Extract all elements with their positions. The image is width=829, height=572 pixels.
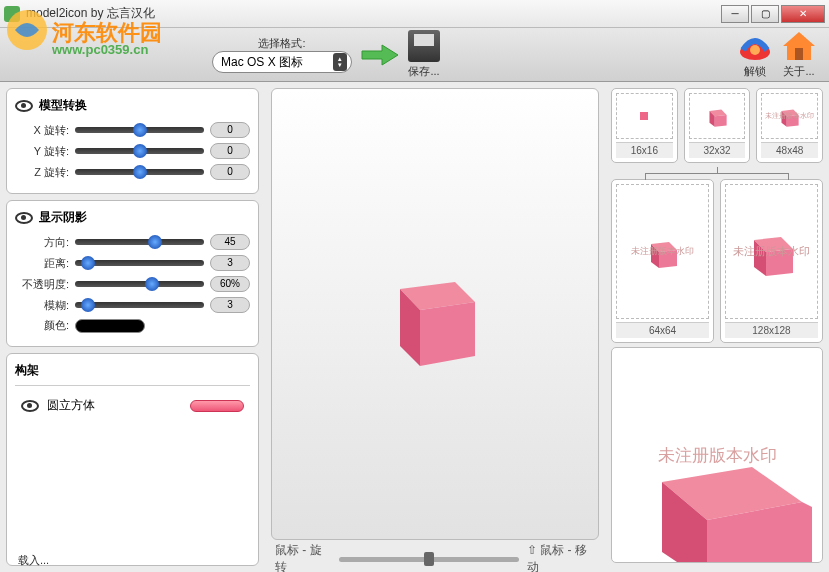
format-select[interactable]: Mac OS X 图标 — [212, 51, 352, 73]
slider[interactable] — [75, 281, 204, 287]
slider-value: 3 — [210, 255, 250, 271]
slider-row: X 旋转: 0 — [15, 122, 250, 138]
model-transform-panel: 模型转换 X 旋转: 0 Y 旋转: 0 Z 旋转: 0 — [6, 88, 259, 194]
structure-color-pill[interactable] — [190, 400, 244, 412]
eye-icon[interactable] — [15, 212, 33, 224]
phone-icon — [737, 30, 773, 62]
slider[interactable] — [75, 239, 204, 245]
slider-value: 3 — [210, 297, 250, 313]
color-swatch[interactable] — [75, 319, 145, 333]
structure-panel: 构架 圆立方体 — [6, 353, 259, 566]
select-arrows-icon — [333, 53, 347, 71]
slider[interactable] — [75, 260, 204, 266]
svg-point-1 — [750, 45, 760, 55]
slider[interactable] — [75, 127, 204, 133]
slider-row: 不透明度: 60% — [15, 276, 250, 292]
slider-row: 方向: 45 — [15, 234, 250, 250]
preview-32[interactable]: 32x32 — [684, 88, 751, 163]
slider-row: 距离: 3 — [15, 255, 250, 271]
canvas-column: 鼠标 - 旋转 ⇧ 鼠标 - 移动 — [265, 82, 605, 572]
window-title: model2icon by 忘言汉化 — [26, 5, 719, 22]
previews-column: 16x16 32x32 未注册版本水印48x48 未注册版本水印64x64 未注… — [605, 82, 829, 572]
sidebar: 模型转换 X 旋转: 0 Y 旋转: 0 Z 旋转: 0 显示阴影 方向: 45… — [0, 82, 265, 572]
rotate-hint: 鼠标 - 旋转 — [275, 542, 331, 572]
close-button[interactable]: ✕ — [781, 5, 825, 23]
svg-rect-2 — [795, 48, 803, 60]
bottom-slider[interactable] — [339, 557, 519, 562]
slider-value: 0 — [210, 143, 250, 159]
arrow-right-icon — [360, 41, 400, 69]
slider-value: 0 — [210, 164, 250, 180]
slider-value: 60% — [210, 276, 250, 292]
house-icon — [781, 30, 817, 62]
large-watermark: 未注册版本水印 — [658, 444, 777, 467]
slider[interactable] — [75, 302, 204, 308]
structure-item[interactable]: 圆立方体 — [15, 394, 250, 417]
slider-row: Y 旋转: 0 — [15, 143, 250, 159]
slider-value: 45 — [210, 234, 250, 250]
slider-row: 模糊: 3 — [15, 297, 250, 313]
eye-icon[interactable] — [21, 400, 39, 412]
load-button[interactable]: 载入... — [18, 553, 49, 568]
toolbar: 载入... 选择格式: Mac OS X 图标 保存... 解锁 关于... — [0, 28, 829, 82]
slider-row: Z 旋转: 0 — [15, 164, 250, 180]
preview-16[interactable]: 16x16 — [611, 88, 678, 163]
connector-lines — [611, 167, 823, 179]
save-icon — [408, 30, 440, 62]
eye-icon[interactable] — [15, 100, 33, 112]
preview-48[interactable]: 未注册版本水印48x48 — [756, 88, 823, 163]
unlock-button[interactable]: 解锁 — [737, 30, 773, 79]
save-button[interactable]: 保存... — [408, 30, 440, 79]
slider[interactable] — [75, 169, 204, 175]
shadow-panel: 显示阴影 方向: 45 距离: 3 不透明度: 60% 模糊: 3 颜色: — [6, 200, 259, 347]
preview-large[interactable]: 未注册版本水印 — [611, 347, 823, 563]
app-icon — [4, 6, 20, 22]
about-button[interactable]: 关于... — [781, 30, 817, 79]
slider-value: 0 — [210, 122, 250, 138]
titlebar: model2icon by 忘言汉化 ─ ▢ ✕ — [0, 0, 829, 28]
bottom-bar: 鼠标 - 旋转 ⇧ 鼠标 - 移动 — [265, 546, 605, 572]
canvas[interactable] — [271, 88, 599, 540]
maximize-button[interactable]: ▢ — [751, 5, 779, 23]
format-label: 选择格式: — [258, 36, 305, 51]
cube-model[interactable] — [375, 254, 495, 374]
preview-128[interactable]: 未注册版本水印128x128 — [720, 179, 823, 343]
move-hint: ⇧ 鼠标 - 移动 — [527, 542, 595, 572]
preview-64[interactable]: 未注册版本水印64x64 — [611, 179, 714, 343]
minimize-button[interactable]: ─ — [721, 5, 749, 23]
slider[interactable] — [75, 148, 204, 154]
